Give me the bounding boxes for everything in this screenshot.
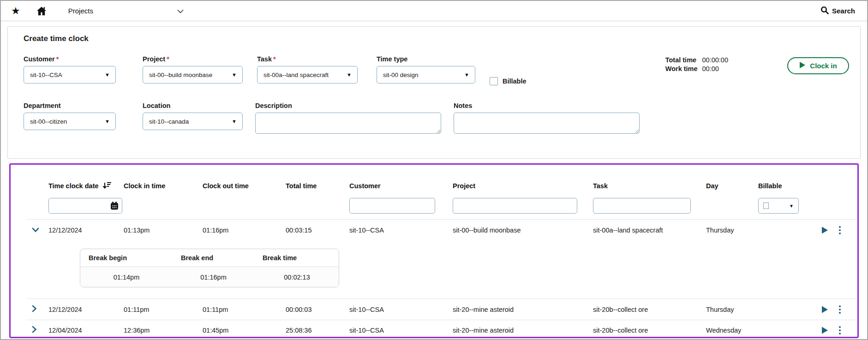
notes-label: Notes bbox=[454, 102, 640, 109]
form-row-2: Department sit-00--citizen ▼ Location si… bbox=[24, 102, 849, 134]
header-customer[interactable]: Customer bbox=[349, 182, 453, 190]
play-icon[interactable] bbox=[822, 227, 828, 234]
project-label: Project* bbox=[143, 55, 243, 63]
caret-down-icon: ▼ bbox=[464, 72, 469, 78]
date-filter bbox=[48, 198, 122, 214]
header-time-clock-date[interactable]: Time clock date bbox=[48, 181, 124, 191]
create-time-clock-panel: Create time clock Customer* sit-10--CSA … bbox=[7, 26, 861, 159]
project-select-value: sit-00--build moonbase bbox=[149, 72, 212, 78]
break-end-value: 01:16pm bbox=[173, 274, 254, 281]
table-row[interactable]: 12/12/2024 01:13pm 01:16pm 00:03:15 sit-… bbox=[26, 219, 857, 240]
kebab-menu-icon[interactable] bbox=[838, 325, 842, 335]
sort-descending-icon[interactable] bbox=[102, 181, 112, 191]
table-row[interactable]: 12/12/2024 01:11pm 01:11pm 00:00:03 sit-… bbox=[26, 298, 857, 320]
chevron-down-icon bbox=[177, 7, 184, 15]
calendar-icon[interactable] bbox=[110, 201, 119, 212]
task-field: Task* sit-00a--land spacecraft ▼ bbox=[257, 55, 358, 84]
table-filter-row: ▼ bbox=[26, 195, 857, 216]
task-label: Task* bbox=[257, 55, 358, 63]
time-type-field: Time type sit-00 design ▼ bbox=[377, 55, 475, 84]
search-label: Search bbox=[832, 7, 855, 15]
customer-label: Customer* bbox=[24, 55, 116, 63]
cell-clock-in: 01:11pm bbox=[124, 306, 203, 313]
home-icon[interactable] bbox=[36, 6, 47, 17]
cell-total: 00:00:03 bbox=[286, 306, 349, 313]
kebab-menu-icon[interactable] bbox=[838, 304, 842, 315]
task-select-value: sit-00a--land spacecraft bbox=[263, 72, 329, 78]
table-row[interactable]: 12/04/2024 12:36pm 01:45pm 25:08:36 sit-… bbox=[26, 320, 857, 338]
caret-down-icon: ▼ bbox=[347, 72, 352, 78]
expand-row-button[interactable] bbox=[26, 305, 48, 314]
header-break-begin: Break begin bbox=[80, 249, 173, 267]
caret-down-icon: ▼ bbox=[105, 72, 110, 78]
favorite-star-icon[interactable]: ★ bbox=[11, 6, 20, 16]
cell-customer: sit-10--CSA bbox=[349, 227, 453, 234]
panel-title: Create time clock bbox=[24, 34, 849, 43]
header-total-time[interactable]: Total time bbox=[286, 182, 349, 190]
header-day[interactable]: Day bbox=[706, 182, 758, 190]
customer-filter-input[interactable] bbox=[349, 198, 435, 214]
location-select[interactable]: sit-10--canada ▼ bbox=[143, 113, 243, 130]
cell-task: sit-20b--collect ore bbox=[593, 327, 706, 334]
expand-row-button[interactable] bbox=[26, 326, 48, 334]
kebab-menu-icon[interactable] bbox=[838, 225, 842, 235]
caret-down-icon: ▼ bbox=[232, 119, 237, 124]
header-break-end: Break end bbox=[173, 249, 254, 267]
break-begin-value: 01:14pm bbox=[80, 274, 173, 281]
task-filter-input[interactable] bbox=[593, 198, 691, 214]
cell-task: sit-00a--land spacecraft bbox=[593, 227, 706, 234]
location-field: Location sit-10--canada ▼ bbox=[143, 102, 243, 130]
description-label: Description bbox=[255, 102, 441, 109]
task-select[interactable]: sit-00a--land spacecraft ▼ bbox=[257, 66, 358, 84]
customer-field: Customer* sit-10--CSA ▼ bbox=[24, 55, 116, 84]
header-billable[interactable]: Billable bbox=[758, 182, 819, 190]
project-filter-input[interactable] bbox=[453, 198, 577, 214]
cell-clock-out: 01:11pm bbox=[203, 306, 286, 313]
notes-textarea[interactable] bbox=[454, 113, 640, 134]
department-select[interactable]: sit-00--citizen ▼ bbox=[24, 113, 116, 130]
cell-clock-out: 01:45pm bbox=[203, 327, 286, 334]
play-icon[interactable] bbox=[822, 306, 828, 313]
search-icon bbox=[820, 6, 829, 16]
customer-select[interactable]: sit-10--CSA ▼ bbox=[24, 66, 116, 84]
header-clock-in-time[interactable]: Clock in time bbox=[124, 182, 203, 190]
break-table: Break begin Break end Break time 01:14pm… bbox=[80, 249, 339, 287]
cell-project: sit-20--mine asteroid bbox=[453, 327, 593, 334]
cell-clock-out: 01:16pm bbox=[203, 227, 286, 234]
cell-day: Thursday bbox=[706, 227, 758, 234]
cell-customer: sit-10--CSA bbox=[349, 327, 453, 334]
table-header-row: Time clock date Clock in time Clock out … bbox=[26, 177, 857, 195]
play-icon[interactable] bbox=[822, 327, 828, 334]
break-time-value: 00:02:13 bbox=[254, 274, 339, 281]
description-field: Description bbox=[255, 102, 441, 134]
topbar: ★ Projects Search bbox=[1, 1, 867, 21]
break-table-row: 01:14pm 01:16pm 00:02:13 bbox=[80, 267, 339, 287]
module-dropdown[interactable]: Projects bbox=[68, 7, 184, 15]
cell-total: 25:08:36 bbox=[286, 327, 349, 334]
form-row-1: Customer* sit-10--CSA ▼ Project* sit-00-… bbox=[24, 55, 849, 85]
location-label: Location bbox=[143, 102, 243, 109]
billable-checkbox-group[interactable]: Billable bbox=[490, 77, 527, 85]
cell-day: Thursday bbox=[706, 306, 758, 313]
search-button[interactable]: Search bbox=[820, 6, 855, 16]
collapse-row-button[interactable] bbox=[26, 227, 48, 234]
clock-in-button[interactable]: Clock in bbox=[787, 57, 849, 74]
cell-customer: sit-10--CSA bbox=[349, 306, 453, 313]
header-task[interactable]: Task bbox=[593, 182, 706, 190]
project-select[interactable]: sit-00--build moonbase ▼ bbox=[143, 66, 243, 84]
project-field: Project* sit-00--build moonbase ▼ bbox=[143, 55, 243, 84]
cell-project: sit-00--build moonbase bbox=[453, 227, 593, 234]
description-textarea[interactable] bbox=[255, 113, 441, 134]
cell-total: 00:03:15 bbox=[286, 227, 349, 234]
cell-project: sit-20--mine asteroid bbox=[453, 306, 593, 313]
billable-filter-select[interactable]: ▼ bbox=[758, 198, 799, 214]
play-icon bbox=[799, 61, 806, 70]
time-type-label: Time type bbox=[377, 55, 475, 63]
header-project[interactable]: Project bbox=[453, 182, 593, 190]
chevron-down-icon bbox=[32, 227, 39, 234]
header-clock-out-time[interactable]: Clock out time bbox=[203, 182, 286, 190]
billable-checkbox[interactable] bbox=[490, 77, 498, 85]
department-field: Department sit-00--citizen ▼ bbox=[24, 102, 116, 130]
time-type-select[interactable]: sit-00 design ▼ bbox=[377, 66, 475, 84]
department-label: Department bbox=[24, 102, 116, 109]
